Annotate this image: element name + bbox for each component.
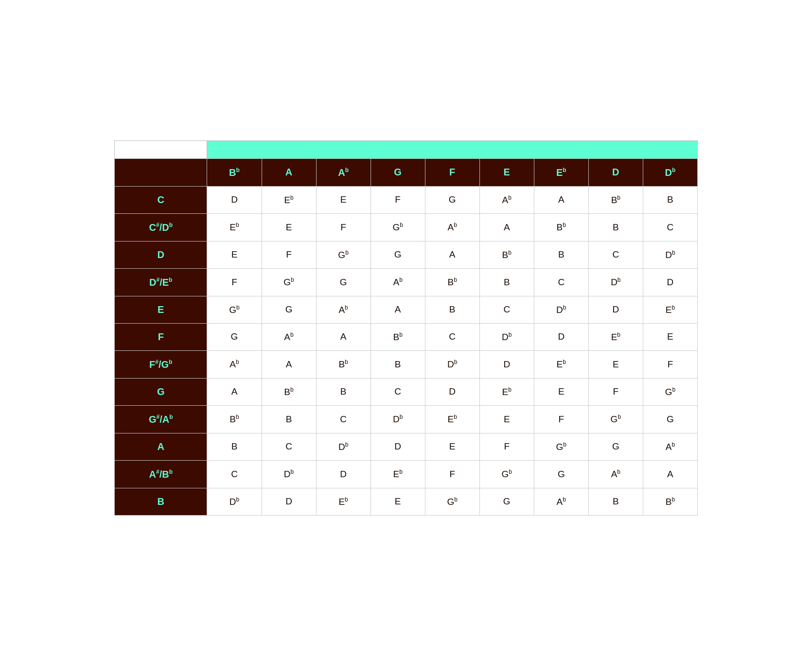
table-cell: Bb [316,351,371,379]
table-cell: Eb [371,461,425,488]
corner-cell [115,140,207,158]
table-cell: G [534,461,588,488]
table-cell: Eb [262,186,316,213]
table-cell: D [207,186,262,213]
table-cell: Ab [479,186,534,213]
table-cell: G [262,296,316,323]
table-cell: D [371,433,425,460]
table-cell: A [425,241,479,268]
table-cell: A [534,186,588,213]
table-cell: Bb [588,186,643,213]
table-cell: Bb [643,488,697,515]
table-cell: Db [316,433,371,460]
row-label: D#/Eb [115,268,207,296]
table-cell: D [479,351,534,379]
table-cell: Bb [207,406,262,433]
table-cell: Db [425,351,479,379]
table-cell: B [371,351,425,379]
table-cell: Db [588,268,643,296]
table-cell: B [588,213,643,241]
table-cell: A [262,351,316,379]
table-cell: Eb [534,351,588,379]
table-cell: C [262,433,316,460]
table-cell: C [425,323,479,350]
table-cell: Gb [534,433,588,460]
table-cell: Gb [588,406,643,433]
table-cell: B [207,433,262,460]
table-cell: Db [207,488,262,515]
table-cell: E [479,406,534,433]
table-row: DEFGbGABbBCDb [115,241,698,268]
table-cell: B [425,296,479,323]
table-cell: Eb [643,296,697,323]
table-cell: F [371,186,425,213]
table-cell: D [262,488,316,515]
table-cell: B [643,186,697,213]
table-cell: E [588,351,643,379]
table-cell: B [588,488,643,515]
table-cell: C [588,241,643,268]
table-cell: Db [371,406,425,433]
table-cell: C [643,213,697,241]
col-header: G [371,158,425,186]
transposing-table-wrapper: BbAAbGFEEbDDb CDEbEFGAbABbBC#/DbEbEFGbAb… [114,140,698,516]
corner-blank [115,158,207,186]
table-row: C#/DbEbEFGbAbABbBC [115,213,698,241]
table-cell: E [207,241,262,268]
table-row: FGAbABbCDbDEbE [115,323,698,350]
row-label: F#/Gb [115,351,207,379]
table-cell: F [425,461,479,488]
row-label: C [115,186,207,213]
table-cell: Ab [371,268,425,296]
table-cell: G [643,406,697,433]
table-cell: Gb [316,241,371,268]
table-cell: D [316,461,371,488]
table-cell: Gb [262,268,316,296]
col-header: Eb [534,158,588,186]
table-cell: Db [643,241,697,268]
table-row: GABbBCDEbEFGb [115,378,698,405]
table-row: A#/BbCDbDEbFGbGAbA [115,461,698,488]
table-cell: G [425,186,479,213]
table-cell: D [643,268,697,296]
table-cell: C [207,461,262,488]
table-cell: A [479,213,534,241]
row-label: G [115,378,207,405]
table-cell: Db [262,461,316,488]
table-cell: D [425,378,479,405]
table-cell: E [534,378,588,405]
table-cell: B [316,378,371,405]
table-cell: F [479,433,534,460]
col-header: D [588,158,643,186]
table-cell: Gb [643,378,697,405]
row-label: E [115,296,207,323]
table-cell: Gb [207,296,262,323]
table-cell: B [479,268,534,296]
table-cell: F [207,268,262,296]
row-label: B [115,488,207,515]
table-cell: G [479,488,534,515]
table-cell: Ab [316,296,371,323]
table-cell: Eb [479,378,534,405]
table-cell: Eb [316,488,371,515]
table-cell: G [588,433,643,460]
table-cell: F [534,406,588,433]
row-label: A [115,433,207,460]
table-cell: C [316,406,371,433]
table-cell: B [262,406,316,433]
table-cell: Ab [534,488,588,515]
table-cell: Bb [371,323,425,350]
row-label: A#/Bb [115,461,207,488]
table-cell: D [534,323,588,350]
table-row: G#/AbBbBCDbEbEFGbG [115,406,698,433]
table-cell: C [371,378,425,405]
table-row: F#/GbAbABbBDbDEbEF [115,351,698,379]
table-cell: Bb [262,378,316,405]
col-header: Bb [207,158,262,186]
table-cell: Gb [425,488,479,515]
table-cell: Bb [425,268,479,296]
table-cell: Ab [588,461,643,488]
table-cell: Ab [262,323,316,350]
col-header: Ab [316,158,371,186]
table-title [207,140,698,158]
